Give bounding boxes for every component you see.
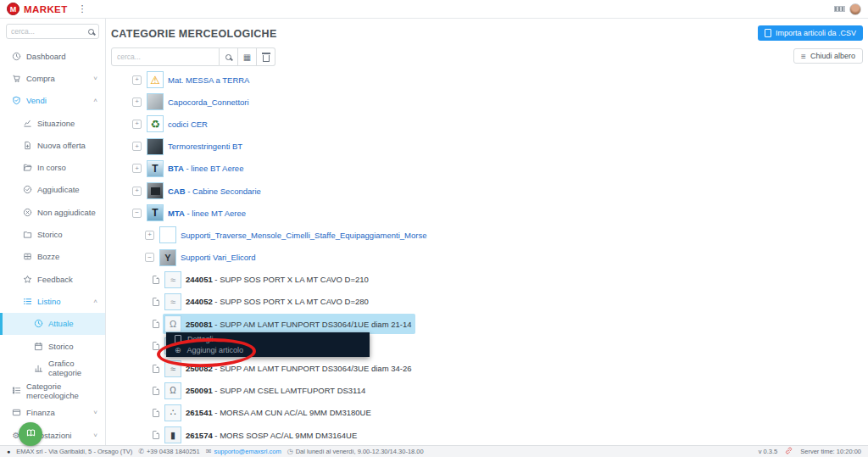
category-thumbnail [147,138,164,155]
file-plus-icon [22,141,32,150]
context-menu-item-dettagli[interactable]: Dettagli [166,333,370,345]
sidebar-item-label: Finanza [26,408,55,417]
sidebar-item-impostazioni[interactable]: ⚙ Impostazioni ˅ [0,424,105,446]
category-list-icon [11,386,21,395]
tree-row: + Mat. MESSA a TERRA [132,69,861,91]
category-link[interactable]: CAB - Cabine Secondarie [145,181,265,201]
category-text: Capocorda_Connettori [168,98,249,107]
expand-toggle[interactable]: + [132,120,142,129]
expand-toggle[interactable]: + [132,142,142,151]
expand-toggle[interactable]: − [132,209,142,218]
tree-row: + BTA - linee BT Aeree [132,158,861,180]
collapse-tree-button[interactable]: ≡ Chiudi albero [793,48,863,64]
top-bar: M MARKET ⋮ [0,0,868,19]
sidebar-item-non-aggiudicate[interactable]: Non aggiudicate [0,201,105,223]
help-fab-button[interactable] [19,422,42,446]
folder-open-icon [22,163,32,172]
expand-toggle[interactable]: + [132,164,142,173]
article-file-icon [153,409,159,417]
book-icon [25,426,36,442]
sidebar-item-aggiudicate[interactable]: Aggiudicate [0,179,105,201]
sidebar-item-listino[interactable]: Listino ˄ [0,290,105,312]
mail-icon: ✉ [206,448,212,455]
sidebar-item-label: Grafico categorie [48,359,105,377]
sidebar-item-storico-listino[interactable]: Storico [0,335,105,357]
article-text: - SUPP AM LAMT FUNPORT DS3064/1UE diam 2… [213,320,412,329]
check-circle-icon [22,185,32,194]
category-label: BTA - linee BT Aeree [168,164,243,173]
sidebar-item-grafico-categorie[interactable]: Grafico categorie [0,357,105,379]
article-thumbnail [164,315,181,332]
article-link[interactable]: 250091 - SUPP AM CSEL LAMTFUPORT DS3114 [163,381,370,401]
star-icon [22,275,32,284]
sidebar-item-situazione[interactable]: Situazione [0,112,105,134]
tree-clear-button[interactable] [257,47,275,66]
article-file-icon [153,387,159,395]
article-file-icon [153,365,159,373]
sidebar-item-dashboard[interactable]: Dashboard [0,45,105,67]
category-link[interactable]: Capocorda_Connettori [145,92,253,112]
sidebar-item-finanza[interactable]: Finanza ˅ [0,402,105,424]
category-code: BTA [168,164,184,173]
sidebar-item-categorie-merceologiche[interactable]: Categorie merceologiche [0,379,105,401]
article-thumbnail [164,404,181,421]
drafts-drawer-icon [22,252,32,261]
category-link[interactable]: Mat. MESSA a TERRA [145,70,253,90]
category-code: MTA [168,209,185,218]
article-code: 261541 [186,408,213,417]
import-csv-button[interactable]: Importa articoli da .CSV [758,25,863,41]
sidebar-item-vendi[interactable]: Vendi ˄ [0,90,105,112]
sidebar-search-input[interactable] [11,27,88,36]
category-link[interactable]: MTA - linee MT Aeree [145,203,250,223]
context-menu-item-aggiungi-articolo[interactable]: ⊕ Aggiungi articolo [166,345,370,357]
sidebar-item-label: Feedback [37,275,73,284]
category-link[interactable]: codici CER [145,114,212,134]
sidebar-item-in-corso[interactable]: In corso [0,156,105,178]
expand-toggle[interactable]: + [132,75,142,85]
sidebar-item-nuova-offerta[interactable]: Nuova offerta [0,134,105,156]
article-link[interactable]: 244051 - SUPP SOS PORT X LA MT CAVO D=21… [163,270,373,290]
article-thumbnail [164,382,181,399]
footer-version: v 0.3.5 [759,448,778,455]
footer-email-link[interactable]: supporto@emaxsrl.com [214,448,281,455]
expand-toggle[interactable]: + [132,187,142,196]
article-link[interactable]: 261541 - MORSA AM CUN AC/AL 9MM DM3180UE [163,403,376,423]
shield-check-icon [11,96,21,105]
sidebar-item-feedback[interactable]: Feedback [0,268,105,290]
trash-icon [263,55,270,62]
category-text: Termorestringenti BT [168,142,242,151]
chevron-up-icon: ˄ [93,97,97,104]
category-link[interactable]: Termorestringenti BT [145,137,247,157]
sidebar-item-bozze[interactable]: Bozze [0,246,105,268]
tree-search-button[interactable] [220,47,238,66]
category-link[interactable]: Supporti_Traverse_Mensole_Cimelli_Staffe… [158,225,431,245]
article-file-icon [153,320,159,328]
category-text: - linee MT Aeree [185,209,246,218]
sidebar-item-label: Aggiudicate [37,185,80,194]
article-thumbnail [164,426,181,443]
sidebar-item-attuale[interactable]: Attuale [0,313,105,335]
sidebar-item-label: Vendi [26,96,47,105]
expand-toggle[interactable]: + [132,98,142,107]
phone-icon: ✆ [138,448,144,455]
sidebar-item-label: Compra [26,74,55,83]
tree-row: 244051 - SUPP SOS PORT X LA MT CAVO D=21… [153,269,861,291]
avatar[interactable] [849,3,861,15]
article-link-selected[interactable]: 250081 - SUPP AM LAMT FUNPORT DS3064/1UE… [163,314,415,334]
sidebar-item-storico[interactable]: Storico [0,223,105,245]
article-link[interactable]: 244052 - SUPP SOS PORT X LA MT CAVO D=28… [163,292,373,312]
expand-toggle[interactable]: + [145,231,154,240]
category-link[interactable]: Supporti Vari_Elicord [158,248,260,268]
article-text: - MORSA AM CUN AC/AL 9MM DM3180UE [213,408,371,417]
tree-search-input[interactable] [111,47,220,66]
tree-grid-view-button[interactable]: ▦ [238,47,257,66]
article-link[interactable]: 261574 - MORS SOSP AC/AL 9MM DM3164UE [163,425,361,445]
category-text: - linee BT Aeree [184,164,244,173]
sidebar-item-compra[interactable]: Compra ˅ [0,67,105,89]
expand-toggle[interactable]: − [145,253,154,262]
article-link[interactable]: 250082 - SUPP AM LAMT FUNPORT DS3064/3UE… [163,359,415,379]
kebab-menu-icon[interactable]: ⋮ [78,3,87,14]
article-code: 250091 [186,386,213,395]
sidebar-item-label: Attuale [48,319,74,328]
category-link[interactable]: BTA - linee BT Aeree [145,159,248,179]
